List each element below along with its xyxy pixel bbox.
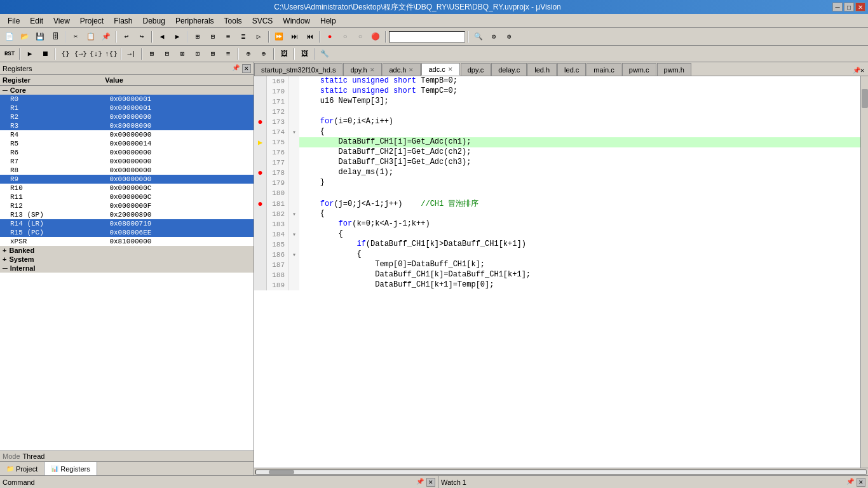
tb-replace[interactable]: ⚙ <box>487 30 501 44</box>
tb2-b8[interactable]: ⊞ <box>145 47 159 61</box>
tb2-b14[interactable]: ⊕ <box>241 47 255 61</box>
menu-view[interactable]: View <box>48 15 75 27</box>
tab-adc-c-close[interactable]: ✕ <box>448 66 453 72</box>
tb2-b7[interactable]: →| <box>125 47 139 61</box>
table-row[interactable]: R20x00000000 <box>0 112 254 121</box>
reg-group-internal[interactable]: ─Internal <box>0 264 254 273</box>
tb-stop[interactable]: ● <box>323 30 337 44</box>
registers-close-btn[interactable]: ✕ <box>242 64 251 73</box>
tb2-rst[interactable]: RST <box>3 47 17 61</box>
table-row[interactable]: R00x00000001 <box>0 95 254 104</box>
tb-b4[interactable]: ≣ <box>236 30 250 44</box>
bp-margin-172[interactable] <box>254 107 267 117</box>
tab-adc-h[interactable]: adc.h ✕ <box>383 63 421 76</box>
tb-run2[interactable]: ⏭ <box>287 30 301 44</box>
table-row[interactable]: R30x80008000 <box>0 121 254 130</box>
table-row[interactable]: R60x00000000 <box>0 148 254 157</box>
tb2-b12[interactable]: ⊞ <box>206 47 220 61</box>
menu-window[interactable]: Window <box>278 15 315 27</box>
tb-run[interactable]: ○ <box>338 30 352 44</box>
bp-margin-188[interactable] <box>254 270 267 280</box>
tab-led-c[interactable]: led.c <box>557 63 586 76</box>
tab-dpy-c[interactable]: dpy.c <box>461 63 491 76</box>
fold-icon-184[interactable]: ▾ <box>292 231 296 238</box>
tab-delay-c[interactable]: delay.c <box>491 63 527 76</box>
tb-paste[interactable]: 📌 <box>99 30 113 44</box>
menu-edit[interactable]: Edit <box>25 15 48 27</box>
tb-settings[interactable]: ⚙ <box>502 30 516 44</box>
tb2-b17[interactable]: 🖼 <box>297 47 311 61</box>
bp-margin-176[interactable] <box>254 147 267 158</box>
bp-margin-174[interactable] <box>254 127 267 137</box>
tb-back[interactable]: ◀ <box>155 30 169 44</box>
tb-reset[interactable]: 🔴 <box>369 30 383 44</box>
tab-main-c[interactable]: main.c <box>587 63 621 76</box>
table-row[interactable]: R70x00000000 <box>0 157 254 166</box>
table-row[interactable]: R80x00000000 <box>0 166 254 175</box>
tb-redo[interactable]: ↪ <box>135 30 149 44</box>
watch-close-btn[interactable]: ✕ <box>857 478 865 487</box>
tb-step[interactable]: ○ <box>353 30 367 44</box>
tb2-b16[interactable]: 🖼 <box>277 47 291 61</box>
registers-pin-btn[interactable]: 📌 <box>232 64 240 73</box>
tb2-b1[interactable]: ▶ <box>23 47 37 61</box>
search-input[interactable] <box>389 31 465 43</box>
bp-margin-184[interactable] <box>254 229 267 240</box>
menu-peripherals[interactable]: Peripherals <box>170 15 219 27</box>
tab-dpy-h[interactable]: dpy.h ✕ <box>343 63 381 76</box>
fold-icon-174[interactable]: ▾ <box>292 128 296 136</box>
bp-margin-169[interactable] <box>254 76 267 86</box>
reg-group-system[interactable]: +System <box>0 255 254 264</box>
table-row[interactable]: R15 (PC)0x080006EE <box>0 228 254 237</box>
table-row[interactable]: R90x00000000 <box>0 175 254 184</box>
menu-flash[interactable]: Flash <box>109 15 137 27</box>
table-row[interactable]: R13 (SP)0x20000890 <box>0 210 254 219</box>
tb2-b4[interactable]: {→} <box>74 47 88 61</box>
menu-project[interactable]: Project <box>75 15 109 27</box>
cmd-pin-btn[interactable]: 📌 <box>416 478 424 487</box>
bp-margin-183[interactable] <box>254 219 267 229</box>
tb2-b3[interactable]: {} <box>58 47 72 61</box>
table-row[interactable]: R10x00000001 <box>0 104 254 112</box>
code-area[interactable]: 169 static unsigned short TempB=0; 170 s… <box>254 76 868 468</box>
fold-icon-186[interactable]: ▾ <box>292 251 296 259</box>
tb-run3[interactable]: ⏮ <box>302 30 316 44</box>
bp-margin-179[interactable] <box>254 178 267 188</box>
tb-forward[interactable]: ▶ <box>170 30 184 44</box>
fold-icon-182[interactable]: ▾ <box>292 210 296 218</box>
tb-search[interactable]: 🔍 <box>471 30 485 44</box>
tb2-b11[interactable]: ⊡ <box>191 47 205 61</box>
minimize-btn[interactable]: ─ <box>832 3 843 11</box>
menu-file[interactable]: File <box>3 15 25 27</box>
tab-adc-h-close[interactable]: ✕ <box>409 67 414 73</box>
tab-registers[interactable]: 📊 Registers <box>44 462 97 475</box>
bp-margin-170[interactable] <box>254 86 267 97</box>
tb-b5[interactable]: ▷ <box>252 30 266 44</box>
tab-adc-c[interactable]: adc.c ✕ <box>421 63 459 76</box>
tab-dpy-h-close[interactable]: ✕ <box>370 67 375 73</box>
tab-pwm-c[interactable]: pwm.c <box>622 63 656 76</box>
tab-led-h[interactable]: led.h <box>527 63 557 76</box>
tb2-b18[interactable]: 🔧 <box>318 47 332 61</box>
cmd-close-btn[interactable]: ✕ <box>426 478 435 487</box>
tab-project[interactable]: 📁 Project <box>0 462 44 475</box>
menu-tools[interactable]: Tools <box>219 15 247 27</box>
tb2-b5[interactable]: {↓} <box>89 47 103 61</box>
code-v-scrollbar[interactable] <box>860 76 868 468</box>
close-btn[interactable]: ✕ <box>855 3 865 11</box>
tb-run1[interactable]: ⏩ <box>272 30 286 44</box>
bp-margin-187[interactable] <box>254 260 267 270</box>
tb-save-all[interactable]: 🗄 <box>48 30 62 44</box>
bp-margin-180[interactable] <box>254 188 267 198</box>
code-h-scroll[interactable] <box>254 468 868 475</box>
tb2-b15[interactable]: ⊕ <box>257 47 271 61</box>
menu-svcs[interactable]: SVCS <box>247 15 278 27</box>
tb-copy[interactable]: 📋 <box>84 30 98 44</box>
bp-margin-177[interactable] <box>254 158 267 168</box>
bp-margin-185[interactable] <box>254 240 267 250</box>
tb2-b6[interactable]: ↑{} <box>104 47 118 61</box>
tb2-b9[interactable]: ⊟ <box>160 47 174 61</box>
tb2-b10[interactable]: ⊠ <box>175 47 189 61</box>
table-row[interactable]: R40x00000000 <box>0 130 254 139</box>
bp-margin-178[interactable]: ● <box>254 168 267 178</box>
